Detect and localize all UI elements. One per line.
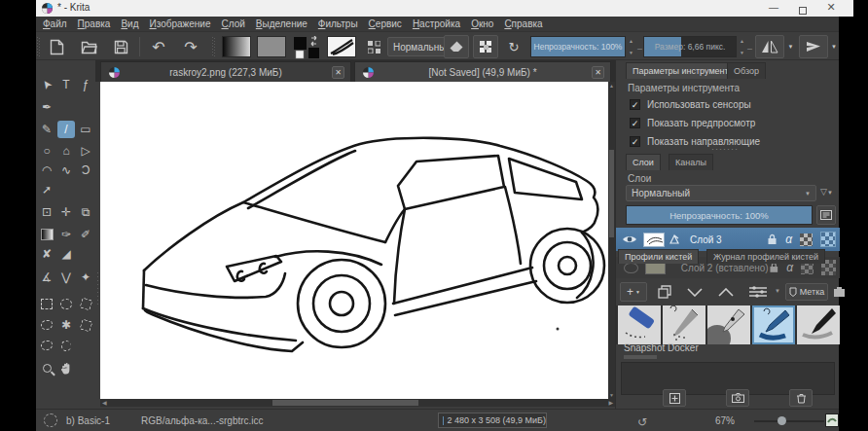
undo-button[interactable]: ↶ — [145, 35, 172, 58]
zoom-tool[interactable] — [38, 359, 55, 377]
add-layer-button[interactable]: +▼ — [620, 282, 647, 302]
delete-layer-button[interactable] — [832, 280, 846, 302]
layer-lock-icon[interactable] — [767, 233, 778, 245]
arc-tool[interactable]: Ɔ — [77, 162, 94, 179]
toolbar-handle[interactable] — [212, 37, 216, 56]
gradient-tool[interactable] — [38, 226, 55, 243]
label-filter-button[interactable]: Метка — [785, 283, 828, 301]
freehand-path-tool[interactable]: ∿ — [57, 162, 75, 179]
reload-preset-button[interactable]: ↻ — [502, 35, 525, 58]
foreground-background-colors[interactable] — [292, 36, 321, 57]
open-document-button[interactable] — [76, 35, 101, 58]
zoom-level[interactable]: 67% — [715, 415, 735, 426]
assistants-tool[interactable]: ⋁ — [57, 269, 75, 286]
duplicate-layer-button[interactable] — [653, 282, 676, 302]
reference-images-tool[interactable]: ✦ — [77, 269, 94, 286]
brush-preset-pencil[interactable] — [663, 305, 705, 344]
eraser-mode-button[interactable] — [444, 35, 469, 58]
filter-icon[interactable]: ▽▼ — [820, 187, 833, 197]
menu-файл[interactable]: Файл — [43, 18, 67, 29]
tab-close-button[interactable]: ✕ — [592, 66, 604, 79]
contiguous-select-tool[interactable] — [57, 337, 75, 354]
tab-overview[interactable]: Обзор — [727, 62, 766, 79]
menu-справка[interactable]: Справка — [504, 18, 542, 29]
move-layer-down-button[interactable] — [682, 282, 707, 302]
horizontal-scrollbar[interactable]: ◀▶ — [100, 399, 615, 407]
menu-фильтры[interactable]: Фильтры — [318, 18, 358, 29]
brush-preset-ink-pen[interactable] — [707, 305, 750, 344]
move-layer-up-button[interactable] — [713, 282, 739, 302]
transform-tool[interactable]: ⊡ — [38, 203, 55, 221]
restore-button[interactable] — [791, 0, 814, 16]
checkbox-1[interactable]: ✓Показать предпросмотр — [630, 118, 755, 128]
layer-passthrough-icon[interactable] — [820, 232, 836, 247]
select-shapes-tool[interactable]: ➤ — [34, 72, 58, 96]
toolbar-handle[interactable] — [37, 37, 41, 56]
menu-правка[interactable]: Правка — [78, 18, 111, 29]
delete-snapshot-button[interactable] — [789, 389, 813, 407]
rectangle-tool[interactable]: ▭ — [77, 121, 94, 138]
current-brush-name[interactable]: b) Basic-1 — [66, 415, 110, 426]
opacity-spinner[interactable]: ▲▼ — [627, 36, 635, 57]
calligraphy-tool[interactable]: ✒ — [38, 98, 55, 116]
measure-tool[interactable]: ∡ — [38, 269, 55, 286]
menu-слой[interactable]: Слой — [221, 18, 244, 29]
close-button[interactable]: ✕ — [819, 0, 843, 16]
canvas[interactable] — [100, 82, 608, 399]
smart-patch-tool[interactable]: ✐ — [77, 226, 94, 243]
add-snapshot-button[interactable] — [663, 389, 686, 407]
layer-properties-button[interactable] — [744, 282, 772, 302]
panel-splitter[interactable] — [96, 272, 99, 305]
bezier-select-tool[interactable] — [38, 337, 55, 354]
gradient-chooser[interactable] — [222, 36, 251, 57]
wrap-options-arrow[interactable]: ▼ — [829, 35, 839, 58]
menu-настройка[interactable]: Настройка — [413, 18, 460, 29]
splitter-dots[interactable]: ······· — [711, 144, 739, 154]
redo-button[interactable]: ↷ — [177, 35, 204, 58]
checkbox-2[interactable]: ✓Показать направляющие — [630, 136, 760, 147]
crop-tool[interactable]: ⧉ — [77, 203, 94, 221]
polygon-tool[interactable]: ⌂ — [57, 142, 75, 160]
layer-visible-icon[interactable] — [622, 234, 637, 244]
canvas-thumbnail[interactable] — [825, 413, 839, 427]
tab-brush-history[interactable]: Журнал профилей кистей — [706, 249, 825, 264]
document-tab-active[interactable]: [Not Saved] (49,9 МиБ) * ✕ — [354, 61, 611, 82]
rect-select-tool[interactable] — [38, 295, 55, 312]
layer-row-selected[interactable]: Слой 3 α — [616, 228, 840, 251]
brush-preset-marker-blue-selected[interactable] — [752, 305, 795, 344]
save-button[interactable] — [108, 35, 133, 58]
image-size-box[interactable]: 2 480 x 3 508 (49,9 МиБ) — [438, 413, 547, 428]
vertical-scrollbar[interactable]: ▲▼ — [608, 82, 615, 399]
ellipse-select-tool[interactable] — [57, 295, 75, 312]
brush-preset-pen-black[interactable] — [797, 305, 840, 344]
mirror-options-arrow[interactable]: ▼ — [785, 35, 796, 58]
freehand-brush-tool[interactable]: ✎ — [38, 121, 55, 138]
document-tab[interactable]: raskroy2.png (227,3 МиБ) ✕ — [100, 61, 351, 82]
mirror-horizontal-button[interactable] — [755, 35, 784, 58]
layer-buttons-arrow[interactable]: ▼ — [775, 288, 780, 294]
tab-close-button[interactable]: ✕ — [332, 66, 344, 79]
tab-layers[interactable]: Слои — [626, 154, 661, 170]
bezier-curve-tool[interactable]: ◠ — [38, 162, 55, 179]
pattern-edit-tool[interactable]: ✘ — [38, 245, 55, 263]
menu-изображение[interactable]: Изображение — [149, 18, 210, 29]
menu-вид[interactable]: Вид — [121, 18, 138, 29]
reset-zoom-icon[interactable]: ↺ — [637, 415, 647, 429]
color-sampler-tool[interactable]: ✑ — [57, 226, 75, 243]
wrap-around-button[interactable] — [799, 35, 828, 58]
edit-shapes-tool[interactable]: ƒ — [77, 76, 94, 93]
menu-окно[interactable]: Окно — [471, 18, 493, 29]
text-tool[interactable]: T — [57, 76, 75, 93]
brush-preset-chooser[interactable] — [327, 36, 356, 57]
tab-brush-presets[interactable]: Профили кистей — [618, 249, 699, 264]
tab-tool-options[interactable]: Параметры инструмента — [626, 62, 741, 79]
checkbox-0[interactable]: ✓Использовать сенсоры — [630, 99, 751, 110]
layer-options-button[interactable] — [816, 205, 836, 225]
similar-color-select-tool[interactable]: ✱ — [57, 316, 75, 334]
ellipse-tool[interactable]: ○ — [38, 142, 55, 160]
pan-tool[interactable] — [57, 359, 75, 377]
color-profile-label[interactable]: RGB/альфа-ка...-srgbtrc.icc — [141, 415, 264, 426]
size-spinner[interactable]: ▲▼ — [738, 36, 746, 57]
pattern-chooser[interactable] — [257, 36, 286, 57]
magnetic-select-tool[interactable] — [77, 316, 94, 334]
